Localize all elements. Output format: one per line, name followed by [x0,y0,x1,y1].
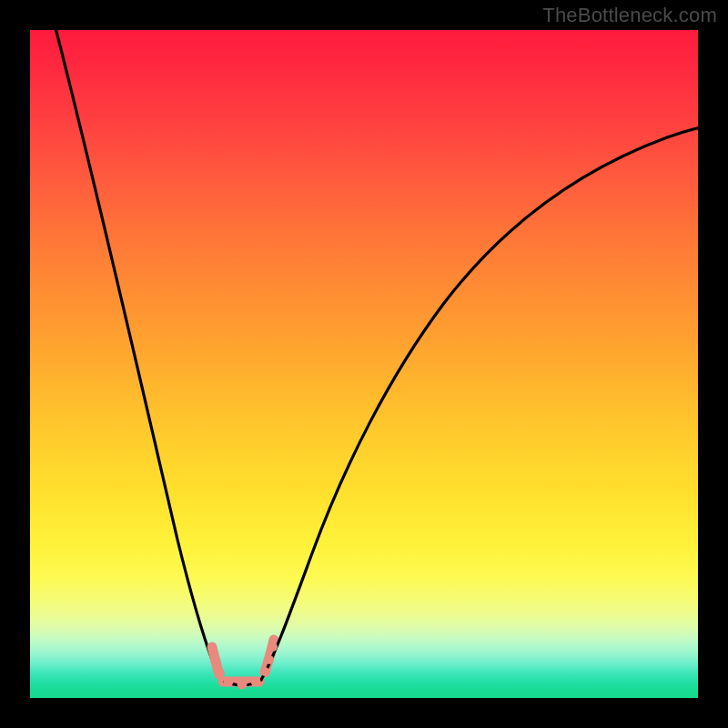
gradient-background [30,30,698,698]
plot-area [30,30,698,698]
chart-frame: TheBottleneck.com [0,0,728,728]
watermark-text: TheBottleneck.com [542,4,717,27]
